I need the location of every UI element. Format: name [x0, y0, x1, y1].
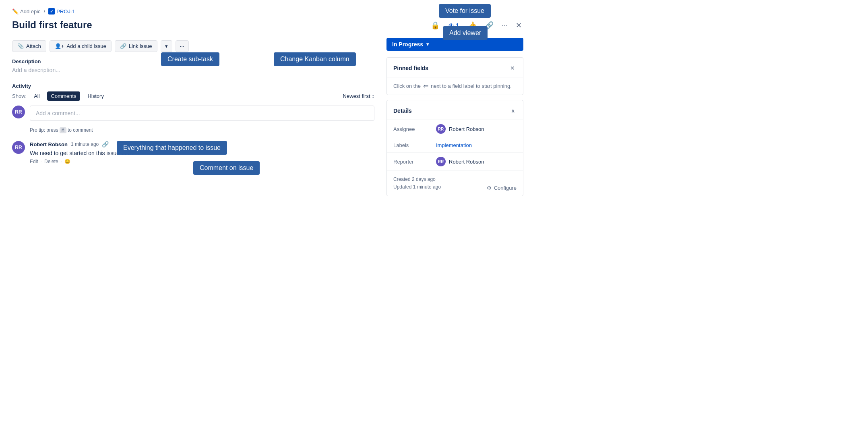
details-title: Details: [393, 108, 412, 114]
collapse-details-button[interactable]: ∧: [509, 106, 517, 116]
pinned-fields-header: Pinned fields ✕: [387, 58, 523, 77]
activity-label: Activity: [12, 83, 374, 89]
assignee-value[interactable]: RR Robert Robson: [436, 124, 484, 134]
pinned-fields-description: Click on the ⇐ next to a field label to …: [393, 82, 517, 90]
assignee-label: Assignee: [393, 126, 430, 132]
reporter-name: Robert Robson: [449, 159, 484, 165]
comment-author: Robert Robson: [30, 141, 68, 147]
commenter-avatar: RR: [12, 141, 25, 154]
keyboard-shortcut: M: [60, 127, 66, 133]
assignee-avatar: RR: [436, 124, 446, 134]
comment-meta: Robert Robson 1 minute ago 🔗: [30, 141, 374, 147]
comment-permalink-icon[interactable]: 🔗: [102, 141, 109, 147]
header-icons-bar: 🔒 👁 1 👍 🔗 ··· ✕: [386, 19, 523, 31]
reporter-avatar: RR: [436, 157, 446, 166]
reporter-label: Reporter: [393, 159, 430, 165]
labels-label: Labels: [393, 142, 430, 148]
attach-icon: 📎: [17, 43, 24, 49]
comment-content: Robert Robson 1 minute ago 🔗 We need to …: [30, 141, 374, 164]
watch-button[interactable]: 👁 1: [446, 21, 461, 30]
breadcrumb: ✏️ Add epic / ✓ PROJ-1: [12, 8, 856, 15]
pinned-fields-title: Pinned fields: [393, 65, 428, 71]
sort-icon: ↕: [372, 93, 375, 99]
pinned-fields-card: Pinned fields ✕ Click on the ⇐ next to a…: [386, 57, 523, 95]
status-button[interactable]: In Progress ▾: [386, 38, 523, 51]
description-label: Description: [12, 58, 374, 64]
link-issue-button[interactable]: 🔗 Link issue: [115, 40, 157, 52]
comment-input-row: RR Add a comment...: [12, 106, 374, 121]
reporter-row: Reporter RR Robert Robson: [387, 153, 523, 171]
issue-toolbar: 📎 Attach 👤+ Add a child issue 🔗 Link iss…: [12, 40, 374, 52]
ellipsis-icon: ···: [180, 43, 184, 49]
assignee-row: Assignee RR Robert Robson: [387, 120, 523, 138]
comment-edit-button[interactable]: Edit: [30, 159, 38, 164]
comment-actions: Edit · Delete · 😊: [30, 159, 374, 164]
details-header: Details ∧: [387, 100, 523, 120]
assignee-name: Robert Robson: [449, 126, 484, 132]
close-icon: ✕: [516, 21, 522, 30]
gear-icon: ⚙: [487, 185, 492, 191]
status-chevron-icon: ▾: [426, 41, 429, 47]
labels-value: Implementation: [436, 142, 472, 148]
labels-row: Labels Implementation: [387, 138, 523, 153]
filter-history-button[interactable]: History: [83, 91, 107, 101]
comment-input-field[interactable]: Add a comment...: [30, 106, 374, 121]
issue-title[interactable]: Build first feature: [12, 19, 374, 31]
issue-badge-icon: ✓: [48, 8, 55, 15]
more-actions-button[interactable]: ···: [500, 20, 509, 31]
comment-item: RR Robert Robson 1 minute ago 🔗 We need …: [12, 141, 374, 164]
filter-comments-button[interactable]: Comments: [47, 91, 81, 101]
details-footer: Created 2 days ago Updated 1 minute ago …: [387, 171, 523, 196]
activity-filters: Show: All Comments History: [12, 91, 108, 101]
pin-direction-icon: ⇐: [423, 82, 428, 90]
more-options-button[interactable]: ···: [176, 40, 189, 52]
close-pinned-fields-button[interactable]: ✕: [508, 63, 517, 73]
dropdown-button[interactable]: ▾: [161, 40, 172, 52]
activity-header: Show: All Comments History Newest first …: [12, 91, 374, 101]
more-icon: ···: [502, 21, 508, 30]
share-button[interactable]: 🔗: [483, 19, 495, 31]
activity-show-label: Show:: [12, 93, 27, 99]
lock-icon: 🔒: [431, 21, 440, 30]
created-timestamp: Created 2 days ago: [393, 176, 441, 183]
description-input[interactable]: Add a description...: [12, 67, 374, 73]
label-implementation[interactable]: Implementation: [436, 142, 472, 148]
add-child-issue-button[interactable]: 👤+ Add a child issue: [50, 40, 112, 52]
comment-body: We need to get started on this issue soo…: [30, 150, 374, 156]
watch-count: 1: [456, 22, 459, 29]
description-section: Description Add a description...: [12, 58, 374, 73]
breadcrumb-separator: /: [44, 8, 45, 15]
thumbsup-button[interactable]: 👍: [466, 19, 478, 31]
close-button[interactable]: ✕: [514, 19, 523, 31]
sort-order-button[interactable]: Newest first ↕: [343, 93, 374, 99]
breadcrumb-epic[interactable]: ✏️ Add epic: [12, 8, 41, 15]
pro-tip: Pro tip: press M to comment: [30, 127, 374, 133]
chevron-down-icon: ▾: [165, 43, 168, 49]
reporter-value: RR Robert Robson: [436, 157, 484, 166]
current-user-avatar: RR: [12, 106, 25, 118]
breadcrumb-issue-link[interactable]: ✓ PROJ-1: [48, 8, 75, 15]
comment-time: 1 minute ago: [71, 141, 99, 147]
pinned-fields-body: Click on the ⇐ next to a field label to …: [387, 77, 523, 95]
comment-emoji-button[interactable]: 😊: [64, 159, 70, 164]
updated-timestamp: Updated 1 minute ago: [393, 183, 441, 191]
link-icon: 🔗: [120, 43, 126, 49]
comment-delete-button[interactable]: Delete: [44, 159, 58, 164]
filter-all-button[interactable]: All: [30, 91, 43, 101]
thumbsup-icon: 👍: [468, 21, 477, 30]
edit-icon: ✏️: [12, 8, 19, 15]
child-issue-icon: 👤+: [55, 43, 64, 49]
right-panel: 🔒 👁 1 👍 🔗 ··· ✕: [386, 19, 523, 408]
eye-icon: 👁: [448, 22, 454, 29]
details-card: Details ∧ Assignee RR Robert Robson Labe…: [386, 100, 523, 196]
attach-button[interactable]: 📎 Attach: [12, 40, 46, 52]
share-icon: 🔗: [485, 21, 494, 30]
configure-button[interactable]: ⚙ Configure: [487, 185, 517, 191]
activity-section: Activity Show: All Comments History Newe…: [12, 83, 374, 171]
timestamps: Created 2 days ago Updated 1 minute ago: [393, 176, 441, 191]
lock-button[interactable]: 🔒: [429, 19, 441, 31]
